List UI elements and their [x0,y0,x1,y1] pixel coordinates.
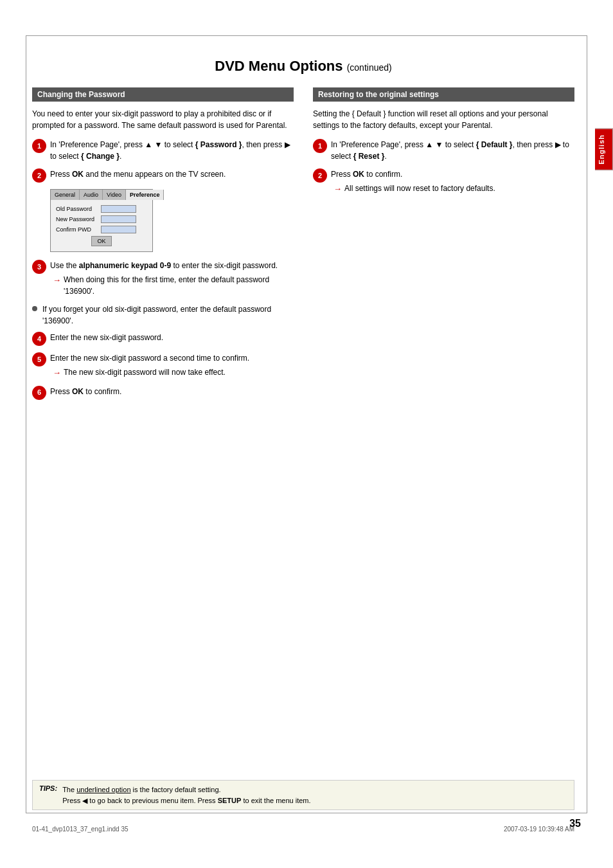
step-3-content: Use the alphanumeric keypad 0-9 to enter… [50,260,294,297]
right-column: Restoring to the original settings Setti… [313,87,574,406]
right-step-2: 2 Press OK to confirm. → All settings wi… [313,168,574,195]
left-step-6: 6 Press OK to confirm. [32,386,294,400]
border-top [26,35,587,36]
new-password-label: New Password [56,216,101,222]
right-step-2-arrow: → All settings will now reset to factory… [333,183,574,195]
left-step-3: 3 Use the alphanumeric keypad 0-9 to ent… [32,260,294,297]
dot-item: If you forget your old six-digit passwor… [32,303,294,327]
left-step-2: 2 Press OK and the menu appears on the T… [32,168,294,183]
dialog-row-new: New Password [56,215,147,223]
arrow-icon: → [53,274,61,287]
page-content: DVD Menu Options (continued) Changing th… [32,39,574,804]
step-5-arrow: → The new six-digit password will now ta… [53,366,294,379]
right-step-2-content: Press OK to confirm. → All settings will… [331,168,574,195]
english-tab: English [595,129,613,170]
tab-preference: Preference [126,190,164,200]
footer-right: 2007-03-19 10:39:48 AM [504,826,574,833]
step-num-3: 3 [32,260,46,274]
tips-underline-text: underlined option [76,786,130,793]
step-2-content: Press OK and the menu appears on the TV … [50,168,294,180]
dialog-box: General Audio Video Preference Old Passw… [50,189,153,252]
dot-item-text: If you forget your old six-digit passwor… [42,303,294,327]
tips-section: TIPS: The underlined option is the facto… [32,780,574,810]
tab-video: Video [103,190,126,200]
step-1-content: In 'Preference Page', press ▲ ▼ to selec… [50,139,294,162]
border-left [26,35,26,813]
border-bottom [26,813,587,813]
left-step-1: 1 In 'Preference Page', press ▲ ▼ to sel… [32,139,294,162]
left-column: Changing the Password You need to enter … [32,87,294,406]
step-num-6: 6 [32,386,46,400]
step-5-arrow-text: The new six-digit password will now take… [64,366,226,378]
tips-line-1: The underlined option is the factory def… [62,784,310,795]
right-section-intro: Setting the { Default } function will re… [313,108,574,131]
border-right [587,35,587,813]
new-password-input [101,215,136,223]
dialog-row-confirm: Confirm PWD [56,226,147,233]
step-6-content: Press OK to confirm. [50,386,294,397]
step-num-4: 4 [32,332,46,346]
step-4-content: Enter the new six-digit password. [50,332,294,343]
dialog-screenshot: General Audio Video Preference Old Passw… [50,189,294,252]
left-step-5: 5 Enter the new six-digit password a sec… [32,352,294,379]
right-step-num-1: 1 [313,139,327,153]
confirm-pwd-input [101,226,136,233]
step-5-content: Enter the new six-digit password a secon… [50,352,294,379]
left-step-4: 4 Enter the new six-digit password. [32,332,294,346]
page-title: DVD Menu Options (continued) [32,58,574,75]
footer-left: 01-41_dvp1013_37_eng1.indd 35 [32,826,129,833]
right-section-heading: Restoring to the original settings [313,87,574,102]
tips-line-2: Press ◀ to go back to previous menu item… [62,795,310,806]
old-password-input [101,205,136,213]
dialog-ok-button[interactable]: OK [91,236,111,246]
dialog-tabs: General Audio Video Preference [51,190,152,200]
right-step-num-2: 2 [313,168,327,183]
right-step-1-content: In 'Preference Page', press ▲ ▼ to selec… [331,139,574,162]
two-column-layout: Changing the Password You need to enter … [32,87,574,406]
left-section-intro: You need to enter your six-digit passwor… [32,108,294,131]
tab-audio: Audio [80,190,103,200]
right-step-1: 1 In 'Preference Page', press ▲ ▼ to sel… [313,139,574,162]
right-step-2-arrow-text: All settings will now reset to factory d… [344,183,495,194]
tips-label: TIPS: [39,784,57,792]
step-num-2: 2 [32,168,46,183]
arrow-icon-3: → [333,183,342,195]
left-section-heading: Changing the Password [32,87,294,102]
old-password-label: Old Password [56,206,101,212]
dialog-body: Old Password New Password Confirm PWD OK [51,200,152,251]
tips-content: The underlined option is the factory def… [62,784,310,806]
dialog-row-old: Old Password [56,205,147,213]
step-3-arrow-text: When doing this for the first time, ente… [64,274,294,297]
step-num-1: 1 [32,139,46,153]
arrow-icon-2: → [53,366,61,379]
dot-icon [32,306,37,311]
step-num-5: 5 [32,352,46,366]
setup-bold: SETUP [218,797,242,804]
tab-general: General [51,190,80,200]
step-3-arrow: → When doing this for the first time, en… [53,274,294,297]
confirm-pwd-label: Confirm PWD [56,226,101,233]
